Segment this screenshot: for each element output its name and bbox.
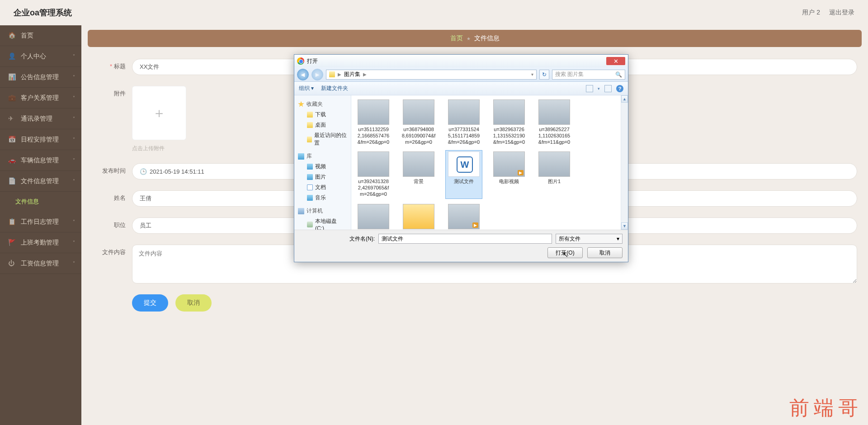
tree-item-videos[interactable]: 视频: [298, 161, 347, 172]
tree-item-documents[interactable]: 文档: [298, 182, 347, 193]
file-item[interactable]: 图片1: [536, 150, 573, 198]
sidebar-item-worklog[interactable]: 📋 工作日志管理 ˅: [0, 212, 81, 232]
logout-link[interactable]: 退出登录: [829, 9, 854, 17]
submit-button[interactable]: 提交: [132, 294, 168, 312]
search-icon: 🔍: [615, 71, 622, 78]
nav-forward-button[interactable]: ►: [311, 69, 323, 80]
dialog-bottom: 文件名(N): 所有文件 ▾ 打开(O) 取消: [294, 230, 628, 262]
file-item[interactable]: 背景: [400, 150, 437, 198]
file-grid[interactable]: u=3511322592,1668557476&fm=26&gp=0u=3687…: [351, 95, 621, 230]
folder-icon: [307, 112, 313, 118]
sidebar-item-label: 车辆信息管理: [21, 156, 59, 165]
close-button[interactable]: ✕: [606, 57, 625, 65]
folder-tree: 收藏夹 下载 桌面 最近访问的位置 库 视频 图片 文档 音乐 计算机 本地磁盘…: [294, 95, 351, 230]
file-filter-select[interactable]: 所有文件 ▾: [556, 234, 623, 244]
chrome-icon: [297, 57, 304, 65]
file-item[interactable]: u=3896252271,1102630165&fm=11&gp=0: [536, 98, 573, 146]
scroll-up-button[interactable]: ▲: [621, 95, 628, 103]
view-mode-button[interactable]: [586, 85, 593, 92]
scroll-down-button[interactable]: ▼: [621, 222, 628, 230]
sidebar-item-vehicle[interactable]: 🚗 车辆信息管理 ˅: [0, 150, 81, 171]
chevron-down-icon[interactable]: ▾: [531, 72, 533, 77]
separator-icon: ★: [467, 36, 471, 41]
new-folder-button[interactable]: 新建文件夹: [321, 85, 348, 92]
document-icon: [307, 184, 313, 190]
tree-item-downloads[interactable]: 下载: [298, 109, 347, 120]
sidebar-item-announcement[interactable]: 📊 公告信息管理 ˅: [0, 67, 81, 88]
tree-item-desktop[interactable]: 桌面: [298, 120, 347, 130]
chevron-down-icon: ˅: [73, 261, 75, 266]
tree-item-recent[interactable]: 最近访问的位置: [298, 130, 347, 148]
tree-item-pictures[interactable]: 图片: [298, 172, 347, 182]
drive-icon: [307, 222, 313, 227]
file-item[interactable]: 电影视频: [491, 150, 528, 198]
dialog-navbar: ◄ ► ▶ 图片集 ▶ ▾ ↻ 搜索 图片集 🔍: [294, 67, 628, 82]
file-item[interactable]: u=3511322592,1668557476&fm=26&gp=0: [355, 98, 392, 146]
picture-icon: [307, 174, 313, 180]
tree-favorites[interactable]: 收藏夹: [298, 99, 347, 109]
tree-item-music[interactable]: 音乐: [298, 193, 347, 203]
file-item[interactable]: u=3773315245,1511714859&fm=26&gp=0: [445, 98, 482, 146]
log-icon: 📋: [8, 218, 16, 226]
sidebar-sub-fileinfo[interactable]: 文件信息: [0, 192, 81, 212]
dialog-titlebar[interactable]: 打开 ✕: [294, 55, 628, 67]
file-item[interactable]: 嗅事: [445, 203, 482, 230]
filename-label: 文件名(N):: [349, 235, 375, 243]
star-icon: [298, 101, 304, 108]
file-thumbnail: [358, 151, 389, 177]
file-name: u=3773315245,1511714859&fm=26&gp=0: [447, 127, 481, 145]
dialog-title: 打开: [307, 57, 318, 65]
tree-libraries[interactable]: 库: [298, 151, 347, 161]
help-button[interactable]: ?: [616, 85, 623, 92]
sidebar-item-contacts[interactable]: ✈ 通讯录管理 ˅: [0, 109, 81, 129]
chart-icon: 📊: [8, 73, 16, 81]
top-bar: 企业oa管理系统 用户 2 退出登录: [0, 0, 868, 25]
chevron-down-icon: ˅: [73, 158, 75, 163]
cancel-button[interactable]: 取消: [175, 294, 212, 312]
upload-box[interactable]: ＋: [132, 86, 186, 140]
file-name: 电影视频: [492, 179, 526, 185]
sidebar-item-customer[interactable]: 💼 客户关系管理 ˅: [0, 88, 81, 109]
tree-computer[interactable]: 计算机: [298, 206, 347, 216]
sidebar-item-home[interactable]: 🏠 首页: [0, 25, 81, 46]
file-item[interactable]: u=3687948088,691090074&fm=26&gp=0: [400, 98, 437, 146]
sidebar-item-schedule[interactable]: 📅 日程安排管理 ˅: [0, 129, 81, 150]
sidebar-item-label: 工作日志管理: [21, 218, 59, 226]
sidebar-item-salary[interactable]: ⏻ 工资信息管理 ˅: [0, 253, 81, 274]
sidebar-item-attendance[interactable]: 🚩 上班考勤管理 ˅: [0, 232, 81, 253]
sidebar-item-label: 工资信息管理: [21, 260, 59, 268]
file-thumbnail: [448, 99, 480, 125]
chevron-down-icon: ˅: [73, 95, 75, 100]
path-segment[interactable]: 图片集: [344, 71, 360, 78]
file-name: u=3896252271,1102630165&fm=11&gp=0: [537, 127, 571, 145]
search-input[interactable]: 搜索 图片集 🔍: [552, 70, 625, 80]
dialog-cancel-button[interactable]: 取消: [587, 247, 623, 258]
sidebar-item-personal[interactable]: 👤 个人中心 ˅: [0, 46, 81, 67]
breadcrumb-current: 文件信息: [474, 34, 500, 42]
folder-icon: [307, 137, 312, 142]
tree-item-drive-c[interactable]: 本地磁盘 (C:): [298, 216, 347, 230]
chevron-down-icon[interactable]: ▾: [598, 86, 600, 91]
open-button[interactable]: 打开(O): [547, 247, 583, 258]
filename-input[interactable]: [378, 234, 552, 244]
sidebar-item-label: 客户关系管理: [21, 94, 59, 102]
refresh-button[interactable]: ↻: [539, 70, 549, 80]
breadcrumb-home[interactable]: 首页: [450, 34, 463, 42]
scrollbar[interactable]: ▲ ▼: [621, 95, 628, 230]
file-item[interactable]: 文件: [400, 203, 437, 230]
folder-icon: [307, 122, 313, 128]
file-item[interactable]: u=3829637261,1315532190&fm=15&gp=0: [491, 98, 528, 146]
file-item[interactable]: u=3924313282,42697065&fm=26&gp=0: [355, 150, 392, 198]
path-bar[interactable]: ▶ 图片集 ▶ ▾: [326, 70, 537, 80]
label-title: *标题: [92, 59, 132, 71]
user-label[interactable]: 用户 2: [802, 9, 820, 17]
file-item[interactable]: 图片11: [355, 203, 392, 230]
nav-back-button[interactable]: ◄: [297, 69, 309, 80]
file-item[interactable]: 测试文件: [445, 150, 482, 198]
file-thumbnail: [448, 151, 480, 177]
home-icon: 🏠: [8, 32, 16, 40]
organize-menu[interactable]: 组织 ▾: [299, 85, 314, 92]
preview-pane-button[interactable]: [604, 85, 612, 92]
sidebar-item-files[interactable]: 📄 文件信息管理 ˄: [0, 171, 81, 192]
label-name: 姓名: [92, 190, 132, 202]
